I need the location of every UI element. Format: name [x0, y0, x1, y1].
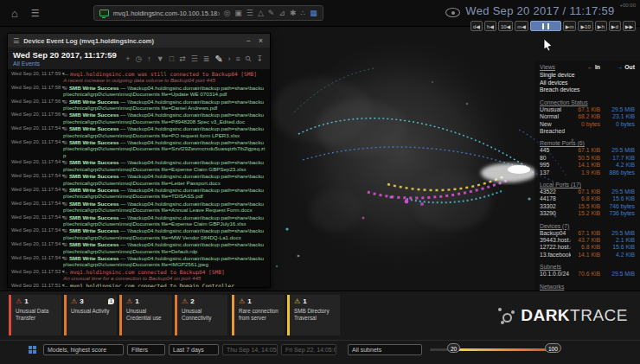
- burst-icon[interactable]: ✱: [290, 10, 297, 17]
- stat-name[interactable]: New: [540, 121, 571, 128]
- log-entry-time[interactable]: Wed Sep 20, 11:17:51 ▾: [11, 283, 63, 287]
- log-entry-time[interactable]: Wed Sep 20, 11:17:54 ▾: [11, 214, 63, 227]
- close-button[interactable]: ×: [257, 37, 265, 45]
- filters-select[interactable]: Filters: [127, 344, 165, 355]
- stat-name[interactable]: 80: [540, 155, 571, 162]
- stat-name[interactable]: 445: [540, 147, 571, 154]
- pin-icon[interactable]: +: [125, 54, 130, 63]
- log-entry[interactable]: Wed Sep 20, 11:17:54 ▾⊕ SMB Write Succes…: [11, 241, 266, 254]
- upload-icon[interactable]: ↑: [147, 54, 151, 63]
- log-entry-time[interactable]: Wed Sep 20, 11:17:59 ▾: [11, 71, 63, 84]
- step-back-10min-button[interactable]: 10◀: [498, 21, 513, 31]
- history-icon[interactable]: ◷: [135, 54, 142, 63]
- log-entry-time[interactable]: Wed Sep 20, 11:17:54 ▾: [11, 241, 63, 254]
- target-icon[interactable]: ◎: [223, 10, 230, 17]
- view-breach-devices[interactable]: Breach devices: [540, 86, 635, 94]
- log-entry-time[interactable]: Wed Sep 20, 11:17:54 ▾: [11, 125, 63, 138]
- log-entry-time[interactable]: Wed Sep 20, 11:17:53 ▾: [11, 269, 63, 282]
- export-icon[interactable]: ▣: [234, 10, 242, 17]
- score-slider-range[interactable]: [458, 348, 548, 351]
- step-fwd-day-button[interactable]: ▶d: [609, 21, 621, 31]
- log-entry[interactable]: Wed Sep 20, 11:17:54 ▾⊕ SMB Write Succes…: [11, 187, 266, 200]
- log-entry-time[interactable]: Wed Sep 20, 11:17:54 ▾: [11, 159, 63, 172]
- time-range-select[interactable]: Last 7 days: [169, 344, 219, 355]
- window-titlebar[interactable]: ☰ Device Event Log (mvq1.holdingsinc.com…: [8, 34, 270, 48]
- grid-view-toggle-icon[interactable]: [29, 346, 36, 354]
- log-entry-time[interactable]: Wed Sep 20, 11:17:58 ▾: [11, 85, 63, 98]
- stat-name[interactable]: 39443.host.cloudfront.c: [540, 237, 571, 244]
- stat-name[interactable]: Backup04: [540, 230, 571, 237]
- minimize-button[interactable]: −: [244, 37, 252, 45]
- dots-icon[interactable]: ∴: [300, 10, 305, 17]
- log-entry[interactable]: Wed Sep 20, 11:17:59 ▾— mvq1.holdingsinc…: [11, 71, 266, 84]
- step-fwd-hour-button[interactable]: ▶h: [595, 21, 607, 31]
- range-start-time[interactable]: Thu Sep 14, 14:05:08: [222, 344, 278, 355]
- stat-name[interactable]: 33302: [540, 203, 571, 210]
- home-icon[interactable]: ⌂: [11, 7, 18, 20]
- jump-to-now-button[interactable]: ▶▶: [623, 21, 636, 31]
- stat-name[interactable]: 12722.host.cloudfront.c: [540, 244, 571, 251]
- log-entry-time[interactable]: Wed Sep 20, 11:17:54 ▾: [11, 187, 63, 200]
- search-icon[interactable]: ⚲: [243, 54, 253, 64]
- log-entry[interactable]: Wed Sep 20, 11:17:58 ▾⊕ SMB Write Succes…: [11, 85, 266, 98]
- log-entry[interactable]: Wed Sep 20, 11:17:54 ▾⊕ SMB Write Succes…: [11, 159, 266, 172]
- refresh-icon[interactable]: ⇄: [179, 54, 186, 63]
- log-entry-time[interactable]: Wed Sep 20, 11:17:54 ▾: [11, 139, 63, 158]
- log-entry-time[interactable]: Wed Sep 20, 11:17:54 ▾: [11, 201, 63, 214]
- alerts-icon[interactable]: △: [258, 10, 264, 17]
- stat-name[interactable]: Unusual: [540, 106, 571, 113]
- alert-tile[interactable]: ⚠1Rare connection from server: [232, 295, 285, 335]
- filter-icon[interactable]: ▼: [157, 54, 164, 63]
- device-search-input[interactable]: mvq1.holdingsinc.com-10.100.15.18:d8:50:…: [93, 5, 323, 21]
- log-entry[interactable]: Wed Sep 20, 11:17:54 ▾⊕ SMB Write Succes…: [11, 125, 266, 138]
- stat-name[interactable]: Normal: [540, 113, 571, 120]
- alert-tile[interactable]: ⚠1Unusual Data Transfer: [9, 295, 61, 335]
- log-entry[interactable]: Wed Sep 20, 11:17:51 ▾→ mvq1.holdingsinc…: [11, 283, 266, 287]
- log-entry[interactable]: Wed Sep 20, 11:17:53 ▾→ mvq1.holdingsinc…: [11, 269, 266, 282]
- log-entry[interactable]: Wed Sep 20, 11:17:54 ▾⊕ SMB Write Succes…: [11, 227, 266, 240]
- stat-name[interactable]: 10.1.0.0/24: [540, 271, 571, 278]
- menu-icon[interactable]: ☰: [31, 8, 40, 19]
- log-entry[interactable]: Wed Sep 20, 11:17:54 ▾⊕ SMB Write Succes…: [11, 255, 266, 268]
- log-entry-time[interactable]: Wed Sep 20, 11:17:54 ▾: [11, 227, 63, 240]
- log-entry-time[interactable]: Wed Sep 20, 11:17:56 ▾: [11, 99, 63, 112]
- grid-view-icon[interactable]: ▦: [310, 10, 317, 17]
- stat-name[interactable]: 43522: [540, 188, 571, 195]
- graph-icon[interactable]: ⊿: [278, 10, 285, 17]
- log-entry-time[interactable]: Wed Sep 20, 11:17:54 ▾: [11, 173, 63, 186]
- window-menu-icon[interactable]: ☰: [13, 37, 19, 45]
- stat-name[interactable]: 44178: [540, 195, 571, 202]
- step-fwd-min-button[interactable]: ▶m: [563, 21, 577, 31]
- step-fwd-10min-button[interactable]: ▶10: [578, 21, 592, 31]
- log-entry[interactable]: Wed Sep 20, 11:17:54 ▾⊕ SMB Write Succes…: [11, 173, 266, 186]
- alert-tile[interactable]: ⚠1Unusual Credential use: [119, 295, 172, 335]
- step-back-hour-button[interactable]: h◀: [484, 21, 496, 31]
- eye-icon[interactable]: [445, 8, 460, 17]
- alert-tile[interactable]: ⚠1SMB Directory Traversal: [287, 295, 340, 335]
- stat-name[interactable]: 995: [540, 162, 571, 169]
- playlist-icon[interactable]: ≣: [203, 54, 210, 63]
- score-min-handle[interactable]: 20: [447, 343, 460, 353]
- all-events-link[interactable]: All Events: [13, 61, 117, 67]
- log-entry[interactable]: Wed Sep 20, 11:17:56 ▾⊕ SMB Write Succes…: [11, 99, 266, 112]
- stat-name[interactable]: 13.facebook.com: [540, 252, 571, 259]
- rows-icon[interactable]: ☰: [191, 54, 198, 63]
- lines-icon[interactable]: ≡: [236, 54, 240, 63]
- log-entry-time[interactable]: Wed Sep 20, 11:17:54 ▾: [11, 255, 63, 268]
- alert-tile[interactable]: ⚠2Unusual Connectivity: [175, 295, 227, 335]
- log-entry[interactable]: Wed Sep 20, 11:17:56 ▾⊕ SMB Write Succes…: [11, 112, 266, 125]
- models-select[interactable]: Models, highest score: [43, 344, 124, 355]
- view-single-device[interactable]: Single device: [540, 72, 635, 80]
- stat-name[interactable]: 137: [540, 169, 571, 176]
- log-entry[interactable]: Wed Sep 20, 11:17:54 ▾⊕ SMB Write Succes…: [11, 201, 266, 214]
- log-entry[interactable]: Wed Sep 20, 11:17:54 ▾⊕ SMB Write Succes…: [11, 214, 266, 227]
- edit-icon[interactable]: ✎: [268, 10, 275, 17]
- expand-icon[interactable]: ›: [228, 54, 231, 63]
- log-entry-time[interactable]: Wed Sep 20, 11:17:56 ▾: [11, 112, 63, 125]
- step-back-min-button[interactable]: m◀: [515, 21, 528, 31]
- score-max-handle[interactable]: 100: [545, 343, 561, 353]
- list-icon[interactable]: ☰: [246, 10, 253, 17]
- window-icon[interactable]: □: [170, 54, 174, 63]
- compose-icon[interactable]: ✎: [214, 54, 222, 63]
- pause-button[interactable]: [530, 21, 561, 31]
